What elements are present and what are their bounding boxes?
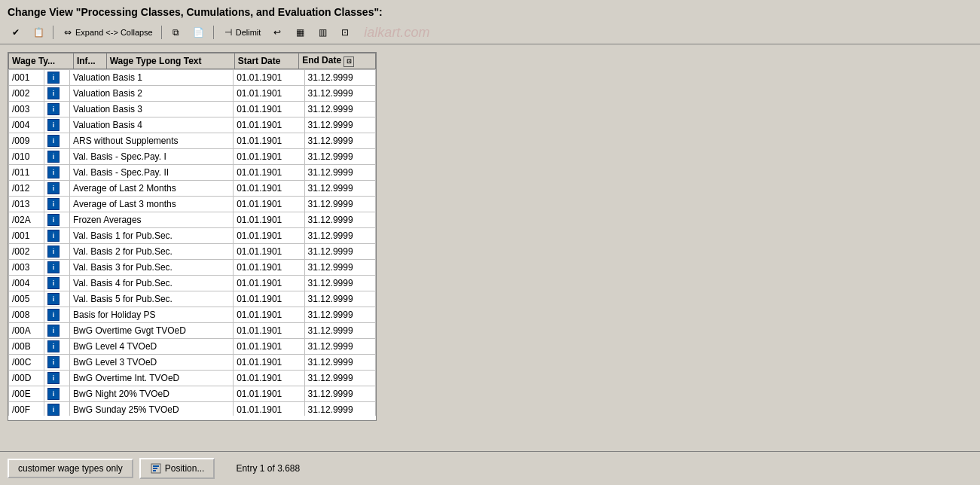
cell-info[interactable]: i bbox=[44, 164, 69, 180]
table-row[interactable]: /001iVal. Basis 1 for Pub.Sec.01.01.1901… bbox=[9, 227, 376, 243]
cell-long-text: BwG Sunday 25% TVOeD bbox=[70, 401, 234, 416]
info-icon[interactable]: i bbox=[47, 103, 60, 115]
cell-long-text: BwG Level 4 TVOeD bbox=[70, 338, 234, 354]
cell-info[interactable]: i bbox=[44, 196, 69, 212]
table-row[interactable]: /009iARS without Supplements01.01.190131… bbox=[9, 133, 376, 148]
cell-info[interactable]: i bbox=[44, 291, 69, 307]
info-icon[interactable]: i bbox=[47, 340, 60, 352]
col-header-end-date: End Date ⊡ bbox=[299, 53, 376, 69]
cell-wage-type: /009 bbox=[9, 133, 44, 148]
info-icon[interactable]: i bbox=[47, 309, 60, 321]
cell-info[interactable]: i bbox=[44, 243, 69, 259]
entry-info: Entry 1 of 3.688 bbox=[236, 463, 300, 474]
cell-info[interactable]: i bbox=[44, 259, 69, 275]
table-btn-1[interactable]: ▦ bbox=[290, 24, 310, 41]
cell-info[interactable]: i bbox=[44, 117, 69, 133]
cell-info[interactable]: i bbox=[44, 307, 69, 322]
table-header: Wage Ty... Inf... Wage Type Long Text St… bbox=[9, 53, 376, 69]
position-button[interactable]: Position... bbox=[139, 458, 215, 479]
info-icon[interactable]: i bbox=[47, 325, 60, 337]
check-button[interactable]: ✔ bbox=[6, 24, 26, 41]
table-row[interactable]: /00CiBwG Level 3 TVOeD01.01.190131.12.99… bbox=[9, 354, 376, 370]
delimit-button[interactable]: ⊣ Delimit bbox=[218, 24, 265, 41]
info-icon[interactable]: i bbox=[47, 261, 60, 273]
cell-info[interactable]: i bbox=[44, 227, 69, 243]
table-row[interactable]: /013iAverage of Last 3 months01.01.19013… bbox=[9, 196, 376, 212]
table-row[interactable]: /005iVal. Basis 5 for Pub.Sec.01.01.1901… bbox=[9, 291, 376, 307]
info-icon[interactable]: i bbox=[47, 198, 60, 210]
table-row[interactable]: /001iValuation Basis 101.01.190131.12.99… bbox=[9, 69, 376, 85]
info-icon[interactable]: i bbox=[47, 151, 60, 163]
info-icon[interactable]: i bbox=[47, 182, 60, 194]
cell-info[interactable]: i bbox=[44, 275, 69, 291]
table-row[interactable]: /003iVal. Basis 3 for Pub.Sec.01.01.1901… bbox=[9, 259, 376, 275]
table-row[interactable]: /004iVal. Basis 4 for Pub.Sec.01.01.1901… bbox=[9, 275, 376, 291]
table-row[interactable]: /008iBasis for Holiday PS01.01.190131.12… bbox=[9, 307, 376, 322]
table-row[interactable]: /010iVal. Basis - Spec.Pay. I01.01.19013… bbox=[9, 148, 376, 164]
table-row[interactable]: /011iVal. Basis - Spec.Pay. II01.01.1901… bbox=[9, 164, 376, 180]
table-btn-2[interactable]: ▥ bbox=[313, 24, 332, 41]
data-table-container: Wage Ty... Inf... Wage Type Long Text St… bbox=[8, 52, 377, 421]
info-icon[interactable]: i bbox=[47, 388, 60, 400]
table-row[interactable]: /004iValuation Basis 401.01.190131.12.99… bbox=[9, 117, 376, 133]
cell-info[interactable]: i bbox=[44, 354, 69, 370]
undo-icon: ↩ bbox=[271, 26, 283, 38]
table-row[interactable]: /00AiBwG Overtime Gvgt TVOeD01.01.190131… bbox=[9, 322, 376, 338]
cell-wage-type: /00F bbox=[9, 401, 44, 416]
table-row[interactable]: /00EiBwG Night 20% TVOeD01.01.190131.12.… bbox=[9, 386, 376, 401]
copy-button[interactable]: ⧉ bbox=[166, 24, 186, 41]
table-row[interactable]: /012iAverage of Last 2 Months01.01.19013… bbox=[9, 180, 376, 196]
customer-wage-types-button[interactable]: customer wage types only bbox=[8, 459, 133, 478]
table-row[interactable]: /02AiFrozen Averages01.01.190131.12.9999 bbox=[9, 212, 376, 227]
clipboard-button[interactable]: 📋 bbox=[29, 24, 48, 41]
cell-end-date: 31.12.9999 bbox=[304, 338, 375, 354]
table-row[interactable]: /002iVal. Basis 2 for Pub.Sec.01.01.1901… bbox=[9, 243, 376, 259]
cell-info[interactable]: i bbox=[44, 148, 69, 164]
cell-info[interactable]: i bbox=[44, 322, 69, 338]
info-icon[interactable]: i bbox=[47, 404, 60, 416]
cell-info[interactable]: i bbox=[44, 212, 69, 227]
table-row[interactable]: /00BiBwG Level 4 TVOeD01.01.190131.12.99… bbox=[9, 338, 376, 354]
info-icon[interactable]: i bbox=[47, 230, 60, 242]
cell-info[interactable]: i bbox=[44, 401, 69, 416]
cell-end-date: 31.12.9999 bbox=[304, 227, 375, 243]
info-icon[interactable]: i bbox=[47, 246, 60, 258]
expand-collapse-button[interactable]: ⇔ Expand <-> Collapse bbox=[58, 24, 157, 41]
info-icon[interactable]: i bbox=[47, 119, 60, 131]
cell-info[interactable]: i bbox=[44, 133, 69, 148]
info-icon[interactable]: i bbox=[47, 372, 60, 384]
cell-end-date: 31.12.9999 bbox=[304, 133, 375, 148]
cell-info[interactable]: i bbox=[44, 101, 69, 117]
info-icon[interactable]: i bbox=[47, 72, 60, 84]
cell-long-text: Val. Basis - Spec.Pay. I bbox=[70, 148, 234, 164]
column-resize-icon[interactable]: ⊡ bbox=[343, 56, 354, 67]
cell-info[interactable]: i bbox=[44, 386, 69, 401]
data-table: Wage Ty... Inf... Wage Type Long Text St… bbox=[8, 53, 376, 69]
cell-info[interactable]: i bbox=[44, 180, 69, 196]
table-row[interactable]: /003iValuation Basis 301.01.190131.12.99… bbox=[9, 101, 376, 117]
cell-start-date: 01.01.1901 bbox=[234, 291, 304, 307]
paste-button[interactable]: 📄 bbox=[189, 24, 209, 41]
cell-wage-type: /008 bbox=[9, 307, 44, 322]
info-icon[interactable]: i bbox=[47, 214, 60, 226]
cell-info[interactable]: i bbox=[44, 338, 69, 354]
cell-start-date: 01.01.1901 bbox=[234, 259, 304, 275]
info-icon[interactable]: i bbox=[47, 356, 60, 368]
cell-long-text: Valuation Basis 1 bbox=[70, 69, 234, 85]
table-scroll-area[interactable]: /001iValuation Basis 101.01.190131.12.99… bbox=[8, 69, 376, 416]
cell-info[interactable]: i bbox=[44, 69, 69, 85]
info-icon[interactable]: i bbox=[47, 166, 60, 178]
cell-info[interactable]: i bbox=[44, 85, 69, 101]
table-btn-3[interactable]: ⊡ bbox=[335, 24, 355, 41]
cell-start-date: 01.01.1901 bbox=[234, 275, 304, 291]
table-row[interactable]: /00DiBwG Overtime Int. TVOeD01.01.190131… bbox=[9, 370, 376, 386]
info-icon[interactable]: i bbox=[47, 87, 60, 99]
table-row[interactable]: /00FiBwG Sunday 25% TVOeD01.01.190131.12… bbox=[9, 401, 376, 416]
info-icon[interactable]: i bbox=[47, 277, 60, 289]
table-row[interactable]: /002iValuation Basis 201.01.190131.12.99… bbox=[9, 85, 376, 101]
cell-info[interactable]: i bbox=[44, 370, 69, 386]
undo-button[interactable]: ↩ bbox=[267, 24, 287, 41]
info-icon[interactable]: i bbox=[47, 293, 60, 305]
cell-wage-type: /003 bbox=[9, 259, 44, 275]
info-icon[interactable]: i bbox=[47, 135, 60, 147]
